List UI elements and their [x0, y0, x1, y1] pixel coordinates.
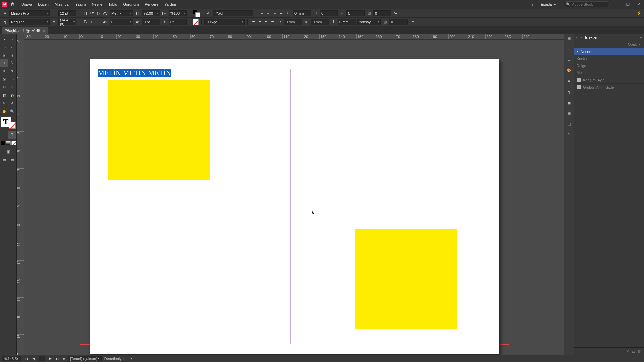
stroke-none-swatch[interactable]: [193, 19, 199, 25]
firstline-field[interactable]: 0 mm: [320, 10, 338, 16]
char-panel-icon[interactable]: A: [566, 78, 572, 84]
charstyle-field[interactable]: [Yok]: [213, 10, 253, 16]
effects-target-object[interactable]: ▸Nesne:: [574, 48, 644, 55]
justify-right-button[interactable]: ≣: [263, 19, 269, 25]
justify-left-button[interactable]: ≣: [250, 19, 256, 25]
stock-search[interactable]: 🔍 Adobe Stock: [563, 1, 610, 7]
note-tool[interactable]: ✎: [0, 99, 8, 107]
screen-mode-button[interactable]: ▭: [0, 156, 8, 164]
type-tool[interactable]: T: [0, 59, 8, 67]
panel-menu-icon[interactable]: ≡: [640, 35, 642, 39]
swatches-panel-icon[interactable]: ▦: [566, 110, 572, 117]
scissors-tool[interactable]: ✂: [0, 83, 8, 91]
apply-none-button[interactable]: [11, 141, 16, 145]
menu-object[interactable]: Nesne: [89, 1, 105, 8]
strike-button[interactable]: T: [95, 19, 101, 25]
space-after-field[interactable]: 0 mm: [338, 19, 356, 25]
canvas-area[interactable]: -30-20-100102030405060708090100110120130…: [17, 34, 564, 355]
underline-button[interactable]: T: [89, 19, 95, 25]
fill-stroke-proxy[interactable]: T: [0, 117, 16, 129]
format-container-button[interactable]: □: [0, 131, 8, 139]
rect-frame-tool[interactable]: ⊠: [0, 75, 8, 83]
hscale-field[interactable]: %100: [169, 10, 187, 16]
font-family-field[interactable]: Minion Pro: [9, 10, 50, 16]
menu-table[interactable]: Tablo: [106, 1, 120, 8]
menu-view[interactable]: Görünüm: [120, 1, 141, 8]
superscript-button[interactable]: T¹: [95, 10, 101, 16]
skew-field[interactable]: 0°: [169, 19, 187, 25]
selection-tool[interactable]: ▴: [0, 35, 8, 43]
next-page-button[interactable]: ▶: [48, 356, 53, 361]
indent-right-field[interactable]: 0 mm: [284, 19, 302, 25]
content-collector-tool[interactable]: ⎘: [0, 51, 8, 59]
menu-window[interactable]: Pencere: [142, 1, 161, 8]
align-right-button[interactable]: ≡: [272, 10, 278, 16]
quick-apply-icon[interactable]: ⚡: [636, 10, 642, 16]
justify-button[interactable]: ≣: [278, 10, 284, 16]
trash-icon[interactable]: 🗑: [638, 349, 641, 353]
space-before-field[interactable]: 0 mm: [346, 10, 365, 16]
rect-tool[interactable]: ▭: [8, 75, 16, 83]
object-styles-icon[interactable]: ◫: [566, 121, 572, 127]
menu-layout[interactable]: Mizanpaj: [52, 1, 72, 8]
menu-type[interactable]: Yazım: [73, 1, 88, 8]
pages-panel-icon[interactable]: ▤: [566, 35, 572, 42]
justify-full-button[interactable]: ≣: [269, 19, 275, 25]
links-panel-icon[interactable]: ∞: [566, 46, 572, 52]
gap-tool[interactable]: ↔: [8, 43, 16, 51]
workspace-switcher[interactable]: Esaslar ▾: [538, 1, 559, 8]
close-button[interactable]: ✕: [635, 2, 642, 7]
home-icon[interactable]: [10, 2, 15, 7]
restore-button[interactable]: ❐: [625, 2, 631, 7]
hand-tool[interactable]: ✋: [0, 107, 8, 115]
preflight-profile-field[interactable]: [Temel] (çalışan) ▾: [68, 356, 102, 361]
char-format-icon[interactable]: A: [2, 10, 8, 16]
font-style-field[interactable]: Regular: [9, 19, 50, 25]
document-tab[interactable]: *Başlıksız-1 @ %146 ×: [2, 27, 48, 34]
last-page-button[interactable]: ⏭: [55, 357, 60, 361]
spread[interactable]: METİN METİN METİN: [90, 59, 499, 354]
view-mode-button[interactable]: ▣: [4, 147, 12, 156]
font-size-field[interactable]: 12 pt: [58, 10, 76, 16]
zoom-field[interactable]: %145,5 ▾: [2, 356, 21, 361]
effects-target-fill[interactable]: Dolgu:: [574, 62, 644, 69]
col2-field[interactable]: 0: [389, 19, 408, 25]
apply-color-button[interactable]: [1, 141, 5, 145]
minimize-button[interactable]: —: [614, 2, 621, 6]
kerning-field[interactable]: Metrik: [110, 10, 133, 16]
pencil-tool[interactable]: ✎: [8, 67, 16, 75]
menu-help[interactable]: Yardım: [162, 1, 179, 8]
stroke-panel-icon[interactable]: ≡: [566, 56, 572, 63]
pen-tool[interactable]: ✒: [0, 67, 8, 75]
apply-gradient-button[interactable]: [6, 141, 11, 145]
page-field[interactable]: 1: [39, 356, 45, 361]
baseline-field[interactable]: 0 pt: [142, 19, 160, 25]
numbering-icon[interactable]: 1≡: [409, 19, 415, 25]
vscale-field[interactable]: %100: [142, 10, 160, 16]
isolate-blending-row[interactable]: Karışımı Ayır: [574, 76, 644, 84]
zoom-tool[interactable]: 🔍: [8, 107, 16, 115]
transform-tool[interactable]: ⤢: [8, 83, 16, 91]
menu-edit[interactable]: Düzen: [35, 1, 51, 8]
color-panel-icon[interactable]: 🎨: [566, 67, 572, 74]
para-panel-icon[interactable]: ¶: [566, 88, 572, 95]
smallcaps-button[interactable]: Tᴛ: [89, 10, 95, 16]
page-tool[interactable]: ▭: [0, 43, 8, 51]
close-tab-icon[interactable]: ×: [43, 28, 45, 33]
subscript-button[interactable]: T₁: [82, 19, 88, 25]
justify-center-button[interactable]: ≣: [257, 19, 263, 25]
direct-selection-tool[interactable]: ▵: [8, 35, 16, 43]
leading-field[interactable]: (14,4 pt): [58, 19, 76, 25]
effects-target-stroke[interactable]: Kontur:: [574, 55, 644, 62]
menu-file[interactable]: Dosya: [19, 1, 35, 8]
content-placer-tool[interactable]: ⎗: [8, 51, 16, 59]
yellow-rectangle-1[interactable]: [108, 80, 210, 180]
publish-icon[interactable]: ⇪: [531, 2, 534, 7]
selected-text[interactable]: METİN METİN METİN: [98, 69, 171, 77]
columns-field[interactable]: 0: [373, 10, 391, 16]
panel-tab-effects[interactable]: Efektler: [585, 35, 597, 39]
cc-libraries-icon[interactable]: ▣: [566, 99, 572, 106]
fill-stroke-swatch[interactable]: [193, 10, 200, 17]
line-tool[interactable]: ╲: [8, 59, 16, 67]
allcaps-button[interactable]: TT: [82, 10, 88, 16]
